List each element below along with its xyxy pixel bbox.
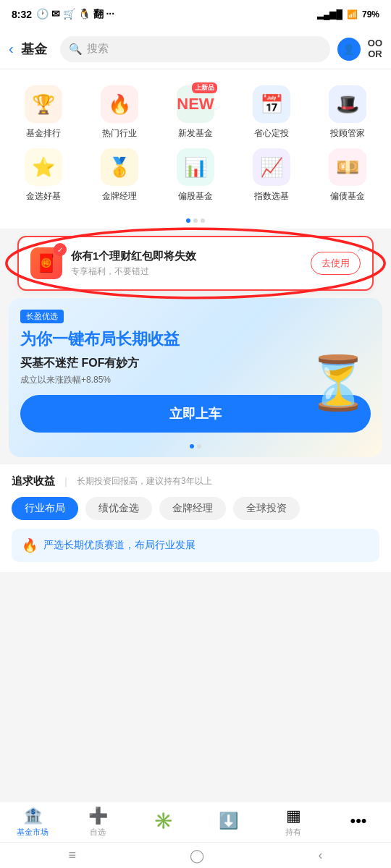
status-icons: 🕐 ✉ 🛒 🐧 翻 ··· <box>36 8 114 21</box>
holdings-label: 持有 <box>285 827 301 838</box>
investment-section: 追求收益 ｜ 长期投资回报高，建议持有3年以上 行业布局 绩优金选 金牌经理 全… <box>0 464 391 572</box>
recommendation-row: 🔥 严选长期优质赛道，布局行业发展 <box>12 529 379 562</box>
new-fund-icon: NEW 上新品 <box>177 85 214 123</box>
tab-global[interactable]: 全球投资 <box>233 497 300 520</box>
partial-bond-label: 偏债基金 <box>330 190 365 203</box>
page-title: 基金 <box>21 41 53 58</box>
partial-bond-icon: 💴 <box>329 148 366 186</box>
avatar[interactable]: 👤 <box>337 38 361 61</box>
download-icon: ⬇️ <box>219 812 238 830</box>
check-icon: ✓ <box>54 243 67 256</box>
nav-item-new-fund[interactable]: NEW 上新品 新发基金 <box>158 81 234 144</box>
partial-stock-icon: 📊 <box>177 148 214 186</box>
dot-2 <box>193 218 198 223</box>
tab-watchlist[interactable]: ➕ 自选 <box>65 807 130 838</box>
page-dots <box>0 216 391 229</box>
search-icon: 🔍 <box>69 43 83 56</box>
tab-holdings[interactable]: ▦ 持有 <box>261 807 326 838</box>
bottom-nav: 🏦 基金市场 ➕ 自选 ✳️ ⬇️ ▦ 持有 ••• ≡ ◯ ‹ <box>0 801 391 868</box>
nav-item-fund-rank[interactable]: 🏆 基金排行 <box>6 81 82 144</box>
notification-wrapper: 🧧 ✓ 你有1个理财红包即将失效 专享福利，不要错过 去使用 ✕ <box>9 236 382 291</box>
nav-item-gold-manager[interactable]: 🥇 金牌经理 <box>82 144 158 207</box>
tab-fund-market[interactable]: 🏦 基金市场 <box>0 807 65 838</box>
advisor-label: 投顾管家 <box>330 127 365 140</box>
advisor-icon: 🎩 <box>329 85 366 123</box>
banner-title: 为你一键布局长期收益 <box>9 329 382 350</box>
tab-download[interactable]: ⬇️ <box>196 812 261 832</box>
bottom-indicators: ≡ ◯ ‹ <box>0 842 391 868</box>
hot-industry-icon: 🔥 <box>101 85 138 123</box>
header-icons: 👤 OOOR <box>337 38 382 61</box>
gold-manager-icon: 🥇 <box>101 148 138 186</box>
banner-pagination <box>9 444 382 456</box>
tab-top-manager[interactable]: 金牌经理 <box>159 497 226 520</box>
star-icon: ✳️ <box>154 812 173 830</box>
watchlist-icon: ➕ <box>88 807 108 825</box>
fund-market-label: 基金市场 <box>17 827 49 838</box>
calm-invest-label: 省心定投 <box>254 127 289 140</box>
status-bar: 8:32 🕐 ✉ 🛒 🐧 翻 ··· ▂▄▆█ 📶 79% <box>0 0 391 29</box>
dot-1 <box>186 218 190 223</box>
calm-invest-icon: 📅 <box>253 85 290 123</box>
more-icon: ••• <box>350 812 366 830</box>
watchlist-label: 自选 <box>90 827 106 838</box>
new-fund-label: 新发基金 <box>178 127 213 140</box>
index-select-label: 指数选基 <box>254 190 289 203</box>
signal-icon: ▂▄▆█ <box>317 9 342 20</box>
home-indicator: ◯ <box>190 848 204 864</box>
fund-market-icon: 🏦 <box>23 807 43 825</box>
tab-performance[interactable]: 绩优金选 <box>85 497 152 520</box>
recommendation-text: 严选长期优质赛道，布局行业发展 <box>43 539 196 552</box>
nav-item-gold-fund[interactable]: ⭐ 金选好基 <box>6 144 82 207</box>
header: ‹ 基金 🔍 搜索 👤 OOOR <box>0 29 391 69</box>
tab-industry[interactable]: 行业布局 <box>12 497 78 520</box>
tab-more[interactable]: ••• <box>326 812 391 832</box>
bottom-nav-row: 🏦 基金市场 ➕ 自选 ✳️ ⬇️ ▦ 持有 ••• <box>0 801 391 842</box>
nav-grid: 🏆 基金排行 🔥 热门行业 NEW 上新品 新发基金 📅 省心定投 🎩 <box>0 69 391 216</box>
close-icon[interactable]: ✕ <box>356 243 365 255</box>
gold-manager-label: 金牌经理 <box>102 190 137 203</box>
tab-star[interactable]: ✳️ <box>130 812 196 832</box>
banner-dot-2 <box>197 444 201 448</box>
nav-item-calm-invest[interactable]: 📅 省心定投 <box>233 81 309 144</box>
hourglass-icon: ⏳ <box>306 352 371 414</box>
section-subtitle: 长期投资回报高，建议持有3年以上 <box>77 475 212 488</box>
filter-tabs: 行业布局 绩优金选 金牌经理 全球投资 <box>12 497 379 520</box>
status-right: ▂▄▆█ 📶 79% <box>317 9 379 20</box>
new-badge: 上新品 <box>192 82 217 93</box>
fund-rank-label: 基金排行 <box>26 127 61 140</box>
gold-fund-icon: ⭐ <box>25 148 62 186</box>
qr-icon[interactable]: OOOR <box>368 38 382 59</box>
notification-bar: 🧧 ✓ 你有1个理财红包即将失效 专享福利，不要错过 去使用 ✕ <box>17 236 374 291</box>
index-select-icon: 📈 <box>253 148 290 186</box>
search-bar[interactable]: 🔍 搜索 <box>60 36 330 62</box>
partial-stock-label: 偏股基金 <box>178 190 213 203</box>
nav-item-partial-stock[interactable]: 📊 偏股基金 <box>158 144 234 207</box>
status-time: 8:32 <box>12 9 32 20</box>
wifi-icon: 📶 <box>347 9 358 20</box>
notification-title: 你有1个理财红包即将失效 <box>71 250 302 263</box>
holdings-icon: ▦ <box>286 807 301 825</box>
fire-icon: 🔥 <box>22 537 38 553</box>
section-title: 追求收益 <box>12 475 55 488</box>
hot-industry-label: 热门行业 <box>102 127 137 140</box>
banner-dot-active <box>190 444 194 448</box>
dot-3 <box>201 218 205 223</box>
banner-card: 长盈优选 为你一键布局长期收益 买基不迷茫 FOF有妙方 成立以来涨跌幅+8.8… <box>9 298 382 457</box>
section-divider: ｜ <box>61 475 71 488</box>
nav-item-advisor[interactable]: 🎩 投顾管家 <box>309 81 385 144</box>
section-header: 追求收益 ｜ 长期投资回报高，建议持有3年以上 <box>12 475 379 488</box>
nav-item-index-select[interactable]: 📈 指数选基 <box>233 144 309 207</box>
back-button[interactable]: ‹ <box>9 41 14 57</box>
search-placeholder: 搜索 <box>87 42 109 56</box>
notification-subtitle: 专享福利，不要错过 <box>71 265 302 278</box>
menu-indicator: ≡ <box>69 848 77 863</box>
notification-text: 你有1个理财红包即将失效 专享福利，不要错过 <box>71 250 302 278</box>
gold-fund-label: 金选好基 <box>26 190 61 203</box>
nav-item-hot-industry[interactable]: 🔥 热门行业 <box>82 81 158 144</box>
use-button[interactable]: 去使用 <box>311 252 361 275</box>
status-left: 8:32 🕐 ✉ 🛒 🐧 翻 ··· <box>12 8 114 21</box>
battery-level: 79% <box>362 9 379 20</box>
nav-item-partial-bond[interactable]: 💴 偏债基金 <box>309 144 385 207</box>
banner-tag: 长盈优选 <box>20 310 64 323</box>
